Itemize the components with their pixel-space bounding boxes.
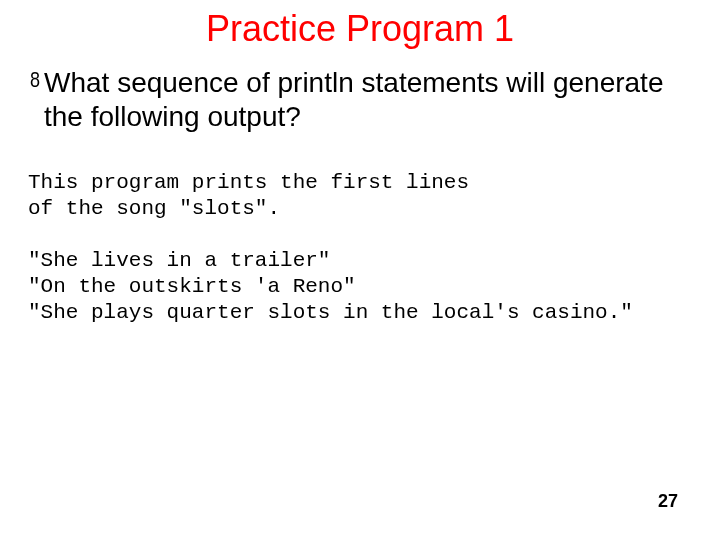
page-number: 27 [658, 491, 678, 512]
bullet-text: What sequence of println statements will… [44, 66, 690, 134]
bullet-marker-icon: 8 [30, 63, 40, 97]
bullet-row: 8 What sequence of println statements wi… [30, 66, 690, 134]
code-output: This program prints the first lines of t… [0, 134, 720, 326]
bullet-block: 8 What sequence of println statements wi… [0, 60, 720, 134]
slide-title: Practice Program 1 [0, 0, 720, 60]
